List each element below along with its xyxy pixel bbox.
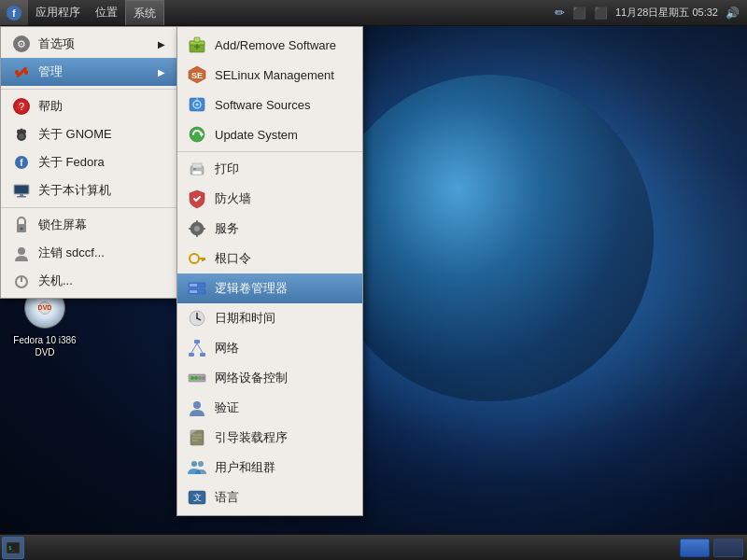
terminal-icon: $_: [6, 541, 21, 554]
lock-screen-menu-item[interactable]: 锁住屏幕: [1, 211, 176, 239]
shutdown-icon: [12, 272, 31, 290]
dvd-icon-label: Fedora 10 i386 DVD: [11, 334, 78, 358]
svg-rect-56: [189, 353, 194, 357]
firewall-icon: [187, 189, 207, 209]
network-label: 网络: [215, 340, 239, 357]
language-label: 语言: [215, 489, 239, 506]
selinux-icon: SE: [187, 64, 207, 85]
places-menu-button[interactable]: 位置: [88, 0, 125, 25]
taskbar-bottom-right: [680, 539, 747, 557]
terminal-button[interactable]: $_: [2, 537, 24, 559]
print-submenu-item[interactable]: 打印: [177, 154, 362, 184]
selinux-submenu-item[interactable]: SE SELinux Management: [177, 60, 362, 90]
printer-shape-icon: [187, 159, 207, 179]
users-groups-icon: [187, 457, 207, 478]
language-icon: 文: [187, 487, 207, 508]
services-icon: [187, 218, 207, 239]
svg-point-64: [202, 376, 205, 380]
about-gnome-menu-item[interactable]: 关于 GNOME: [1, 120, 176, 148]
update-system-submenu-item[interactable]: Update System: [177, 119, 362, 149]
svg-line-59: [197, 343, 203, 353]
places-menu-label: 位置: [95, 5, 118, 21]
computer-small-icon: [12, 181, 31, 200]
software-sources-label: Software Sources: [215, 98, 311, 112]
selinux-label: SELinux Management: [215, 68, 334, 82]
svg-rect-3: [15, 70, 19, 75]
users-groups-submenu-item[interactable]: 用户和组群: [177, 453, 362, 483]
svg-text:文: 文: [193, 493, 202, 502]
language-shape-icon: 文: [187, 487, 207, 508]
firewall-submenu-item[interactable]: 防火墙: [177, 184, 362, 214]
update-shape-icon: [187, 124, 207, 145]
admin-menu-item[interactable]: 管理 ▶: [1, 58, 176, 86]
fedora-logo-button[interactable]: f: [0, 0, 28, 25]
lock-screen-label: 锁住屏幕: [38, 217, 87, 233]
auth-label: 验证: [215, 399, 239, 416]
help-menu-item[interactable]: ? 帮助: [1, 92, 176, 120]
root-password-submenu-item[interactable]: 根口令: [177, 244, 362, 273]
logout-shape-icon: [13, 245, 30, 261]
system-menu-button[interactable]: 系统: [125, 0, 164, 25]
svg-rect-34: [192, 163, 202, 168]
network-icon: [187, 338, 207, 358]
software-sources-submenu-item[interactable]: Software Sources: [177, 90, 362, 119]
print-label: 打印: [215, 161, 239, 177]
svg-rect-14: [20, 194, 23, 196]
help-icon: ?: [12, 97, 31, 116]
taskbar-bottom: $_: [0, 534, 747, 560]
bootloader-submenu-item[interactable]: 引导装载程序: [177, 423, 362, 453]
menu-sep-1: [1, 89, 176, 90]
users-groups-label: 用户和组群: [215, 459, 275, 476]
preferences-menu-item[interactable]: ⚙ 首选项 ▶: [1, 30, 176, 58]
svg-rect-39: [196, 220, 198, 224]
svg-rect-49: [190, 284, 197, 287]
svg-rect-40: [196, 233, 198, 237]
svg-point-6: [19, 133, 24, 139]
svg-point-38: [194, 226, 200, 231]
add-remove-submenu-item[interactable]: Add/Remove Software: [177, 30, 362, 60]
about-fedora-menu-item[interactable]: f 关于 Fedora: [1, 148, 176, 176]
datetime-label: 11月28日星期五 05:32: [615, 6, 718, 20]
desktop: f 应用程序 位置 系统 ✏ ⬛ ⬛ 11月28日星期五 05:32 🔊: [0, 0, 747, 560]
svg-point-17: [21, 228, 23, 231]
computer-monitor-icon: [13, 184, 30, 198]
lvm-submenu-item[interactable]: 逻辑卷管理器: [177, 273, 362, 303]
menu-sep-2: [1, 207, 176, 208]
svg-rect-57: [200, 353, 205, 357]
auth-icon: [187, 398, 207, 418]
svg-rect-55: [194, 340, 200, 343]
help-label: 帮助: [38, 98, 63, 115]
apps-menu-button[interactable]: 应用程序: [28, 0, 88, 25]
fedora-logo-icon: f: [6, 5, 22, 21]
auth-shape-icon: [187, 398, 207, 418]
language-submenu-item[interactable]: 文 语言: [177, 483, 362, 512]
datetime-submenu-item[interactable]: 日期和时间: [177, 303, 362, 333]
about-computer-menu-item[interactable]: 关于本计算机: [1, 176, 176, 204]
preferences-label: 首选项: [38, 35, 75, 52]
svg-rect-4: [24, 70, 28, 75]
workspace-indicator-2[interactable]: [713, 539, 743, 557]
logout-menu-item[interactable]: 注销 sdccf...: [1, 239, 176, 267]
network-device-submenu-item[interactable]: 网络设备控制: [177, 363, 362, 393]
power-icon: [13, 273, 30, 289]
lock-shape-icon: [14, 217, 29, 233]
auth-submenu-item[interactable]: 验证: [177, 393, 362, 423]
system-menu-label: 系统: [134, 6, 156, 21]
logout-label: 注销 sdccf...: [38, 245, 105, 261]
network-submenu-item[interactable]: 网络: [177, 333, 362, 363]
network-device-label: 网络设备控制: [215, 370, 288, 386]
svg-rect-50: [190, 290, 197, 293]
taskbar-right-tray: ✏ ⬛ ⬛ 11月28日星期五 05:32 🔊: [555, 0, 747, 25]
update-icon: [187, 124, 207, 145]
shutdown-menu-item[interactable]: 关机...: [1, 267, 176, 295]
sound-tray-icon[interactable]: 🔊: [726, 7, 740, 20]
clock-shape-icon: [187, 308, 207, 329]
add-remove-label: Add/Remove Software: [215, 38, 336, 52]
svg-rect-15: [17, 196, 26, 198]
svg-rect-41: [189, 228, 192, 230]
workspace-indicator-1[interactable]: [680, 539, 710, 557]
services-submenu-item[interactable]: 服务: [177, 214, 362, 244]
network-shape-icon: [187, 338, 207, 358]
bootloader-label: 引导装载程序: [215, 429, 288, 446]
selinux-shape-icon: SE: [187, 64, 207, 85]
